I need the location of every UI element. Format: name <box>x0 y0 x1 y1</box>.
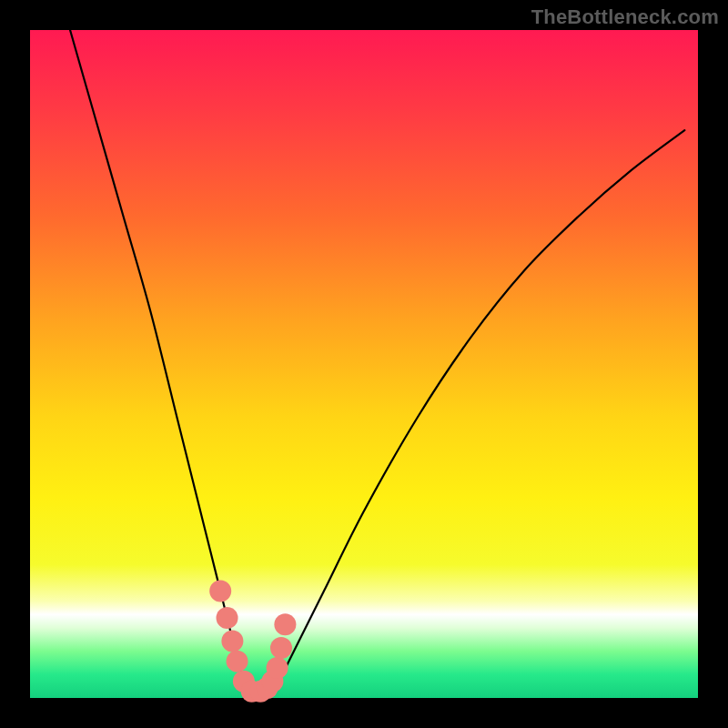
highlight-dot <box>221 631 243 652</box>
bottleneck-chart <box>0 0 728 728</box>
highlight-dot <box>274 613 296 635</box>
chart-container: TheBottleneck.com <box>0 0 728 728</box>
highlight-dot <box>270 637 292 659</box>
highlight-dot <box>217 607 238 629</box>
watermark-text: TheBottleneck.com <box>531 5 719 29</box>
highlight-dot <box>209 581 231 602</box>
highlight-dot <box>267 657 288 679</box>
plot-background <box>30 30 698 698</box>
highlight-dot <box>227 651 248 672</box>
